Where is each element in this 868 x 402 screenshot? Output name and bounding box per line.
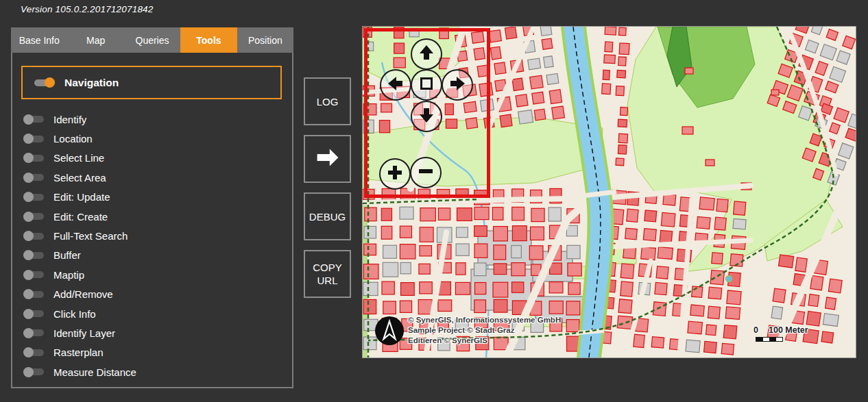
toggle-knob	[23, 250, 34, 260]
tool-item-label: Rasterplan	[53, 347, 104, 358]
tool-item-measure-distance[interactable]: Measure Distance	[12, 362, 292, 381]
pan-right-button[interactable]	[442, 69, 473, 101]
click-info-toggle[interactable]	[23, 310, 44, 317]
tool-item-navigation[interactable]: Navigation	[21, 66, 282, 99]
tool-item-add-remove[interactable]: Add/Remove	[12, 285, 292, 304]
tools-panel: Navigation Identify Location Select Line…	[11, 53, 293, 388]
arrow-down-icon	[418, 106, 435, 127]
identify-layer-toggle[interactable]	[23, 329, 44, 336]
tool-item-label: Edit: Create	[53, 211, 108, 223]
toggle-knob	[23, 153, 34, 163]
attribution-line: © SynerGIS, Informationssysteme GmbH	[408, 315, 561, 325]
buffer-toggle[interactable]	[23, 252, 44, 259]
edit-update-toggle[interactable]	[23, 194, 44, 201]
tool-item-label: Click Info	[53, 308, 96, 320]
location-toggle[interactable]	[23, 136, 44, 142]
tool-item-click-info[interactable]: Click Info	[12, 304, 292, 323]
map-attribution: © SynerGIS, Informationssysteme GmbH Sam…	[408, 315, 561, 346]
tool-item-edit-create[interactable]: Edit: Create	[12, 207, 292, 226]
log-button[interactable]: LOG	[304, 77, 351, 125]
tool-item-label: Buffer	[53, 249, 81, 261]
edit-create-toggle[interactable]	[23, 213, 44, 220]
full-text-search-toggle[interactable]	[23, 233, 44, 240]
tool-item-location[interactable]: Location	[12, 129, 292, 148]
toggle-knob	[23, 309, 34, 319]
arrow-right-icon	[448, 75, 466, 95]
tool-item-label: Maptip	[53, 269, 84, 281]
toggle-knob	[23, 192, 34, 202]
maptip-toggle[interactable]	[23, 271, 44, 278]
tool-item-label: Identify Layer	[53, 327, 115, 339]
copy-url-button[interactable]: COPY URL	[304, 250, 351, 298]
pan-up-button[interactable]	[411, 38, 442, 70]
tool-item-identify[interactable]: Identify	[12, 110, 292, 129]
toggle-knob	[23, 212, 34, 222]
tool-item-label: Select Line	[53, 152, 104, 164]
toggle-knob	[23, 134, 34, 144]
tab-queries[interactable]: Queries	[124, 27, 180, 53]
scale-zero-label: 0	[754, 325, 758, 335]
attribution-line: Sample Project © Stadt Graz	[408, 325, 561, 336]
identify-toggle[interactable]	[23, 116, 44, 123]
select-area-toggle[interactable]	[23, 174, 44, 181]
debug-button[interactable]: DEBUG	[304, 192, 351, 240]
right-arrow-icon	[315, 148, 340, 170]
tool-item-full-text-search[interactable]: Full-Text Search	[12, 226, 292, 245]
tool-item-edit-update[interactable]: Edit: Update	[12, 188, 292, 207]
arrow-left-icon	[387, 75, 405, 95]
measure-distance-toggle[interactable]	[23, 368, 44, 375]
tab-bar: Base Info Map Queries Tools Position	[11, 27, 293, 53]
tool-item-maptip[interactable]: Maptip	[12, 265, 292, 284]
minus-icon	[417, 162, 435, 183]
toggle-knob	[45, 77, 55, 88]
zoom-out-button[interactable]	[410, 157, 442, 188]
navigation-toggle[interactable]	[34, 79, 55, 86]
tab-base-info[interactable]: Base Info	[11, 27, 67, 53]
tool-item-label: Add/Remove	[53, 288, 113, 300]
plus-icon	[386, 164, 404, 184]
toggle-knob	[23, 114, 34, 125]
tool-item-label: Identify	[53, 114, 86, 125]
tool-list: Identify Location Select Line Select Are…	[12, 110, 292, 381]
tool-item-label: Navigation	[64, 77, 119, 89]
pan-left-button[interactable]	[380, 69, 411, 101]
tool-item-select-area[interactable]: Select Area	[12, 168, 292, 187]
tab-tools[interactable]: Tools	[180, 27, 237, 53]
toggle-knob	[23, 347, 34, 357]
toggle-knob	[23, 231, 34, 241]
select-line-toggle[interactable]	[23, 155, 44, 162]
tool-item-buffer[interactable]: Buffer	[12, 246, 292, 265]
tool-item-label: Full-Text Search	[53, 230, 128, 242]
tool-item-label: Edit: Update	[53, 191, 110, 203]
tab-position[interactable]: Position	[237, 27, 293, 53]
arrow-up-icon	[418, 44, 435, 64]
forward-button[interactable]	[304, 135, 351, 183]
tool-item-select-line[interactable]: Select Line	[12, 149, 292, 168]
pan-down-button[interactable]	[411, 101, 442, 132]
tab-map[interactable]: Map	[67, 27, 123, 53]
zoom-in-button[interactable]	[379, 158, 411, 190]
toggle-knob	[23, 173, 34, 183]
toggle-knob	[23, 270, 34, 280]
tool-item-label: Measure Distance	[53, 366, 136, 378]
tool-item-label: Location	[53, 133, 93, 145]
rasterplan-toggle[interactable]	[23, 349, 44, 356]
toggle-knob	[23, 367, 34, 377]
compass-north-arrow-icon	[374, 316, 405, 346]
scale-distance-label: 100 Meter	[769, 325, 808, 335]
version-label: Version 105.0.2.201712071842	[21, 4, 154, 14]
toggle-knob	[23, 289, 34, 299]
attribution-line: Editieren © SynerGIS	[408, 336, 561, 346]
tool-item-label: Select Area	[53, 172, 106, 184]
tool-item-rasterplan[interactable]: Rasterplan	[12, 343, 292, 362]
square-icon	[418, 75, 435, 95]
add-remove-toggle[interactable]	[23, 291, 44, 298]
map-canvas[interactable]: © SynerGIS, Informationssysteme GmbH Sam…	[362, 26, 856, 358]
scale-bar-graphic	[756, 337, 783, 342]
toggle-knob	[23, 328, 34, 338]
home-extent-button[interactable]	[411, 69, 442, 101]
tool-item-identify-layer[interactable]: Identify Layer	[12, 323, 292, 342]
